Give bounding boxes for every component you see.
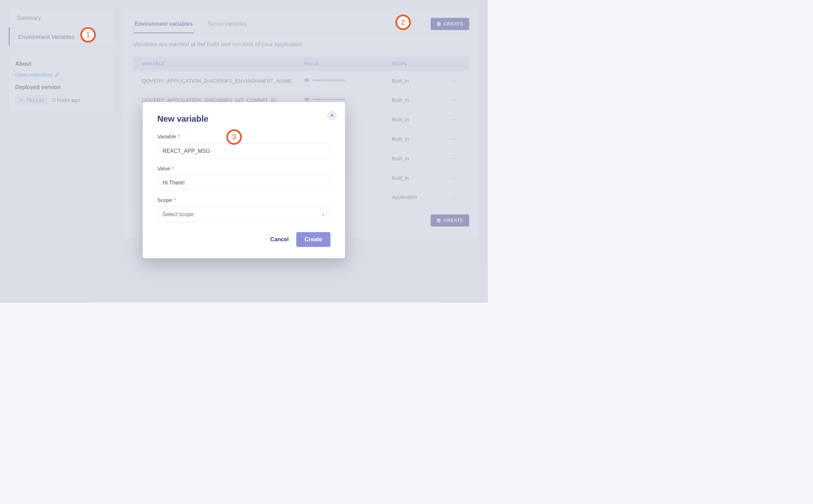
- close-button[interactable]: [327, 111, 337, 120]
- callout-3: 3: [226, 129, 242, 145]
- new-variable-modal: New variable Variable* Value* Scope* Sel…: [143, 102, 345, 258]
- callout-2: 2: [395, 15, 411, 30]
- value-input[interactable]: [157, 175, 330, 190]
- chevron-down-icon: [321, 212, 325, 217]
- modal-create-button[interactable]: Create: [296, 232, 330, 247]
- callout-1: 1: [80, 27, 96, 42]
- scope-label: Scope*: [157, 197, 330, 203]
- variable-label: Variable*: [157, 134, 330, 140]
- scope-placeholder: Select scope: [162, 211, 193, 218]
- modal-title: New variable: [157, 114, 330, 124]
- modal-overlay: New variable Variable* Value* Scope* Sel…: [0, 0, 488, 302]
- variable-input[interactable]: [157, 144, 330, 159]
- value-label: Value*: [157, 165, 330, 171]
- close-icon: [330, 113, 334, 117]
- cancel-button[interactable]: Cancel: [270, 236, 289, 243]
- scope-select[interactable]: Select scope: [157, 207, 330, 222]
